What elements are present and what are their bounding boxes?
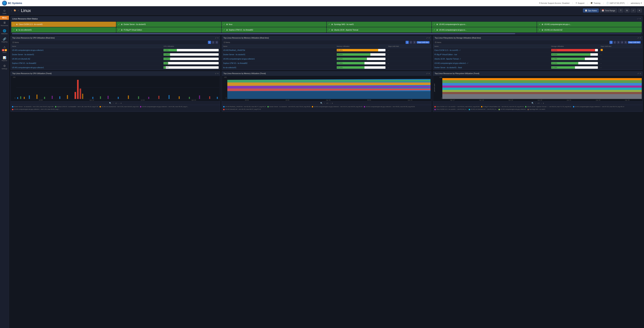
logo-globe: 🌐 <box>2 1 7 6</box>
info-icon: ℹ <box>539 2 540 4</box>
x-icon: ✕ <box>576 2 577 4</box>
chevron-down-icon: ▾ <box>641 2 642 4</box>
timezone: 🕐 GMT-07:00 (PDT) <box>606 2 624 4</box>
clock-icon: 🕐 <box>606 2 609 4</box>
logo: 🌐 BC Systems <box>2 1 22 6</box>
sep4: | <box>628 2 628 4</box>
sep3: | <box>603 2 604 4</box>
topbar-right: ℹ Remote Support Access: Disabled | ✕ Su… <box>539 2 642 4</box>
topbar-left: 🌐 BC Systems <box>2 1 22 6</box>
logo-text: BC Systems <box>8 2 22 5</box>
support-link[interactable]: ✕ Support <box>576 2 584 4</box>
topbar: 🌐 BC Systems ℹ Remote Support Access: Di… <box>0 0 644 6</box>
sep2: | <box>587 2 588 4</box>
user-menu[interactable]: adminkerry ▾ <box>631 2 642 4</box>
remote-support[interactable]: ℹ Remote Support Access: Disabled <box>539 2 570 4</box>
training-icon: 🎓 <box>590 2 593 4</box>
training-link[interactable]: 🎓 Training <box>590 2 600 4</box>
sep1: | <box>572 2 573 4</box>
